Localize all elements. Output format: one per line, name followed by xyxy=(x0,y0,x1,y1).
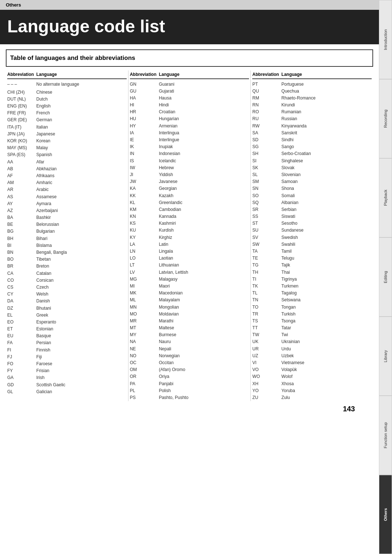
lang-abbr: HA xyxy=(130,95,159,101)
lang-abbr: HY xyxy=(130,123,159,129)
lang-name: Tagalog xyxy=(281,290,297,296)
lang-name: Volapük xyxy=(281,367,297,372)
lang-row: BABashkir xyxy=(7,214,127,221)
col-header-lang-0: Language xyxy=(36,72,57,77)
lang-name: Bhutani xyxy=(36,305,51,311)
lang-name: Sindhi xyxy=(281,137,293,143)
lang-name: Wolof xyxy=(281,374,292,379)
col-header-lang-1: Language xyxy=(159,72,180,77)
lang-row: SUSundanese xyxy=(252,227,372,234)
lang-name: Tatar xyxy=(281,325,291,331)
lang-row: SDSindhi xyxy=(252,137,372,143)
lang-abbr: TK xyxy=(252,283,281,289)
lang-abbr: OR xyxy=(130,374,159,379)
lang-name: Sanskrit xyxy=(281,130,297,136)
lang-abbr: GD xyxy=(7,382,36,388)
lang-name: Malayalam xyxy=(159,297,180,303)
col-header-1: AbbreviationLanguage xyxy=(130,70,249,79)
lang-abbr: TR xyxy=(252,311,281,317)
lang-name: Faroese xyxy=(36,361,52,367)
lang-abbr: MI xyxy=(130,283,159,289)
lang-abbr: SA xyxy=(252,130,281,136)
lang-name: Tigrinya xyxy=(281,276,297,282)
lang-row: AMAmharic xyxy=(7,179,127,186)
lang-row: GUGujarati xyxy=(130,87,249,94)
lang-name: Serbian xyxy=(281,207,296,212)
lang-abbr: VI xyxy=(252,360,281,366)
lang-row: TITigrinya xyxy=(252,276,372,282)
sidebar-tab-function-setup[interactable]: Function setup xyxy=(379,396,392,475)
lang-name: Siswati xyxy=(281,213,295,219)
lang-row: SGSango xyxy=(252,143,372,150)
sidebar-tab-recording[interactable]: Recording xyxy=(379,79,392,158)
lang-abbr: EO xyxy=(7,319,36,325)
lang-name: Javanese xyxy=(159,179,177,184)
lang-abbr: EU xyxy=(7,333,36,339)
lang-name: Italian xyxy=(36,124,48,130)
sidebar-tab-others[interactable]: Others xyxy=(379,475,392,554)
lang-row: SHSerbo-Croatian xyxy=(252,150,372,157)
lang-row: SKSlovak xyxy=(252,164,372,171)
lang-abbr: OM xyxy=(130,367,159,372)
lang-row: MRMarathi xyxy=(130,317,249,324)
lang-row: RMRhaeto-Romance xyxy=(252,94,372,101)
lang-name: Laotian xyxy=(159,255,173,261)
lang-row: KUKurdish xyxy=(130,227,249,234)
lang-row: SLSlovenian xyxy=(252,171,372,178)
lang-row: KLGreenlandic xyxy=(130,199,249,206)
lang-abbr: HR xyxy=(130,109,159,115)
lang-name: No alternate language xyxy=(36,81,79,87)
lang-name: Indonesian xyxy=(159,151,180,156)
lang-abbr: AB xyxy=(7,166,36,172)
lang-row: BOTibetan xyxy=(7,256,127,263)
lang-row: EUBasque xyxy=(7,333,127,339)
sidebar-tab-library[interactable]: Library xyxy=(379,317,392,396)
lang-name: Tibetan xyxy=(36,256,51,262)
lang-abbr: LA xyxy=(130,241,159,247)
lang-name: Assamese xyxy=(36,194,57,200)
lang-name: Pashto, Pushto xyxy=(159,395,188,400)
lang-name: Aymara xyxy=(36,201,51,207)
lang-row: HUHungarian xyxy=(130,115,249,122)
sidebar-tab-editing[interactable]: Editing xyxy=(379,237,392,317)
lang-name: Albanian xyxy=(281,200,298,205)
lang-name: Bislama xyxy=(36,243,52,248)
lang-row: PAPanjabi xyxy=(130,380,249,387)
lang-row: WOWolof xyxy=(252,373,372,380)
lang-row: IEInterlingue xyxy=(130,137,249,143)
lang-abbr: NA xyxy=(130,339,159,345)
lang-name: Marathi xyxy=(159,318,173,324)
lang-abbr: SU xyxy=(252,227,281,233)
lang-abbr: SV xyxy=(252,235,281,240)
lang-row: TRTurkish xyxy=(252,310,372,317)
lang-row: BIBislama xyxy=(7,242,127,249)
sidebar-tab-introduction[interactable]: Introduction xyxy=(379,0,392,79)
lang-row: SNShona xyxy=(252,185,372,192)
col-header-abbr-2: Abbreviation xyxy=(252,72,281,77)
lang-row: MNMongolian xyxy=(130,304,249,310)
lang-row: DADanish xyxy=(7,298,127,305)
lang-name: Turkmen xyxy=(281,283,298,289)
lang-abbr: BH xyxy=(7,236,36,241)
lang-abbr: IW xyxy=(130,165,159,171)
lang-row: XHXhosa xyxy=(252,380,372,387)
lang-abbr: TG xyxy=(252,262,281,268)
lang-name: Hausa xyxy=(159,95,172,101)
lang-row: SWSwahili xyxy=(252,241,372,248)
lang-abbr: LV xyxy=(130,269,159,275)
lang-name: Vietnamese xyxy=(281,360,304,366)
lang-abbr: JPN (JA) xyxy=(7,131,36,137)
lang-name: Fiji xyxy=(36,354,42,360)
lang-row: TNSetswana xyxy=(252,297,372,304)
lang-abbr: CO xyxy=(7,277,36,283)
lang-abbr: AF xyxy=(7,173,36,179)
lang-row: AAAfar xyxy=(7,158,127,165)
lang-name: Belorussian xyxy=(36,221,59,227)
sidebar-tab-playback[interactable]: Playback xyxy=(379,158,392,237)
lang-abbr: SW xyxy=(252,241,281,247)
lang-abbr: MR xyxy=(130,318,159,324)
lang-abbr: SD xyxy=(252,137,281,143)
lang-column-1: AbbreviationLanguageGNGuaraniGUGujaratiH… xyxy=(128,70,251,401)
lang-name: Kirghiz xyxy=(159,235,172,240)
lang-abbr: SO xyxy=(252,193,281,199)
